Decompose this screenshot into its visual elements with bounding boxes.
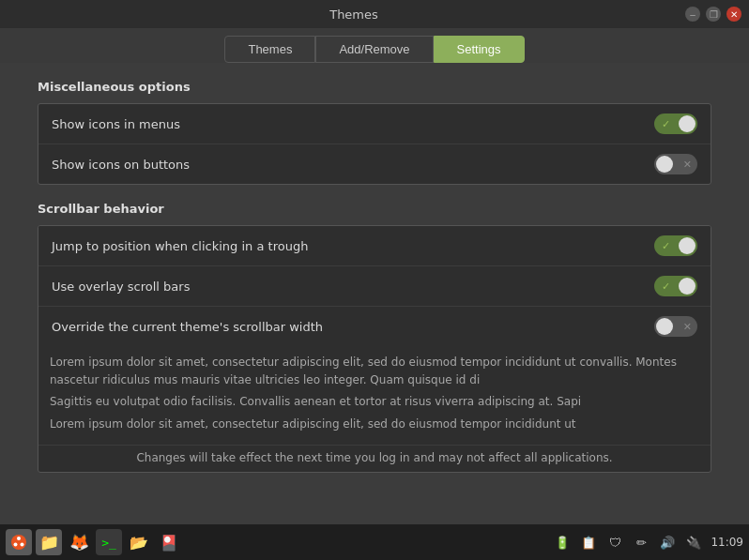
toggle-knob — [656, 156, 673, 173]
browser-icon: 🦊 — [69, 533, 89, 552]
demo-text-1: Sagittis eu volutpat odio facilisis. Con… — [50, 393, 699, 411]
svg-point-3 — [21, 543, 24, 547]
option-label-scrollbar-width: Override the current theme's scrollbar w… — [52, 320, 323, 334]
tab-themes[interactable]: Themes — [224, 36, 315, 63]
toggle-jump-trough[interactable]: ✓ — [654, 235, 697, 256]
toggle-icons-buttons[interactable]: ✕ — [654, 154, 697, 174]
taskbar-battery-icon[interactable]: 🔋 — [553, 533, 572, 552]
option-row-scrollbar-width: Override the current theme's scrollbar w… — [38, 307, 711, 346]
check-icon: ✓ — [662, 280, 670, 293]
taskbar-volume-icon[interactable]: 🔊 — [658, 533, 677, 552]
taskbar-battery2-icon[interactable]: 🔌 — [684, 533, 703, 552]
window-title: Themes — [23, 8, 685, 22]
window-controls: – ❐ ✕ — [685, 7, 741, 22]
taskbar-edit-icon[interactable]: ✏ — [632, 533, 650, 552]
option-row-icons-menus: Show icons in menus ✓ — [38, 104, 711, 144]
tabs-bar: Themes Add/Remove Settings — [0, 28, 749, 63]
taskbar-icon-app[interactable]: 🎴 — [156, 529, 182, 555]
toggle-knob — [679, 237, 696, 254]
filemanager-icon: 📂 — [130, 534, 148, 552]
volume-icon: 🔊 — [660, 536, 675, 550]
taskbar-icon-files[interactable]: 📁 — [36, 529, 62, 555]
option-label-icons-buttons: Show icons on buttons — [52, 158, 190, 172]
scrollbar-demo-area[interactable]: Lorem ipsum dolor sit amet, consectetur … — [38, 346, 711, 445]
check-icon: ✓ — [662, 240, 670, 252]
svg-point-2 — [14, 543, 18, 547]
toggle-scrollbar-width[interactable]: ✕ — [654, 316, 697, 337]
x-icon: ✕ — [683, 159, 692, 171]
taskbar-time: 11:09 — [711, 536, 743, 549]
taskbar-icon-terminal[interactable]: >_ — [96, 529, 122, 555]
main-content: Miscellaneous options Show icons in menu… — [0, 63, 749, 524]
demo-text-0: Lorem ipsum dolor sit amet, consectetur … — [50, 354, 699, 389]
option-row-icons-buttons: Show icons on buttons ✕ — [38, 144, 711, 184]
toggle-knob — [679, 278, 696, 295]
tab-add-remove[interactable]: Add/Remove — [315, 36, 433, 63]
taskbar-right: 🔋 📋 🛡 ✏ 🔊 🔌 11:09 — [553, 533, 743, 552]
taskbar-icon-start[interactable] — [6, 529, 32, 555]
toggle-knob — [679, 115, 696, 132]
titlebar: Themes – ❐ ✕ — [0, 0, 749, 28]
option-row-jump-trough: Jump to position when clicking in a trou… — [38, 226, 711, 266]
shield-icon: 🛡 — [609, 536, 621, 550]
toggle-overlay-scroll[interactable]: ✓ — [654, 276, 697, 296]
toggle-icons-menus[interactable]: ✓ — [654, 114, 697, 134]
app-icon: 🎴 — [160, 534, 178, 552]
minimize-button[interactable]: – — [685, 7, 700, 22]
option-row-overlay-scroll: Use overlay scroll bars ✓ — [38, 266, 711, 307]
demo-text-2: Lorem ipsum dolor sit amet, consectetur … — [50, 416, 699, 433]
taskbar-shield-icon[interactable]: 🛡 — [605, 533, 624, 552]
taskbar-icon-browser[interactable]: 🦊 — [66, 529, 92, 555]
restore-button[interactable]: ❐ — [706, 7, 721, 22]
option-label-overlay-scroll: Use overlay scroll bars — [52, 280, 190, 294]
edit-icon: ✏ — [636, 536, 647, 550]
check-icon: ✓ — [662, 118, 670, 130]
taskbar-icon-filemanager[interactable]: 📂 — [126, 529, 152, 555]
option-label-icons-menus: Show icons in menus — [52, 117, 180, 131]
x-icon: ✕ — [683, 321, 692, 333]
option-label-jump-trough: Jump to position when clicking in a trou… — [52, 239, 308, 253]
toggle-knob — [656, 318, 673, 335]
taskbar: 📁 🦊 >_ 📂 🎴 🔋 📋 🛡 ✏ 🔊 🔌 11:09 — [0, 524, 749, 560]
demo-note: Changes will take effect the next time y… — [38, 445, 711, 472]
scrollbar-options: Jump to position when clicking in a trou… — [38, 226, 711, 346]
tab-settings[interactable]: Settings — [434, 36, 525, 63]
ubuntu-icon — [10, 534, 27, 551]
close-button[interactable]: ✕ — [726, 7, 741, 22]
folder-icon: 📁 — [39, 533, 59, 552]
battery2-icon: 🔌 — [686, 536, 701, 550]
taskbar-clipboard-icon[interactable]: 📋 — [579, 533, 598, 552]
svg-point-1 — [17, 537, 21, 540]
scrollbar-section-box: Jump to position when clicking in a trou… — [38, 225, 711, 473]
scrollbar-section-title: Scrollbar behavior — [38, 202, 711, 216]
misc-options-box: Show icons in menus ✓ Show icons on butt… — [38, 103, 711, 185]
terminal-icon: >_ — [101, 536, 116, 550]
clipboard-icon: 📋 — [581, 536, 596, 550]
misc-section-title: Miscellaneous options — [38, 80, 711, 94]
battery-icon: 🔋 — [555, 536, 570, 550]
